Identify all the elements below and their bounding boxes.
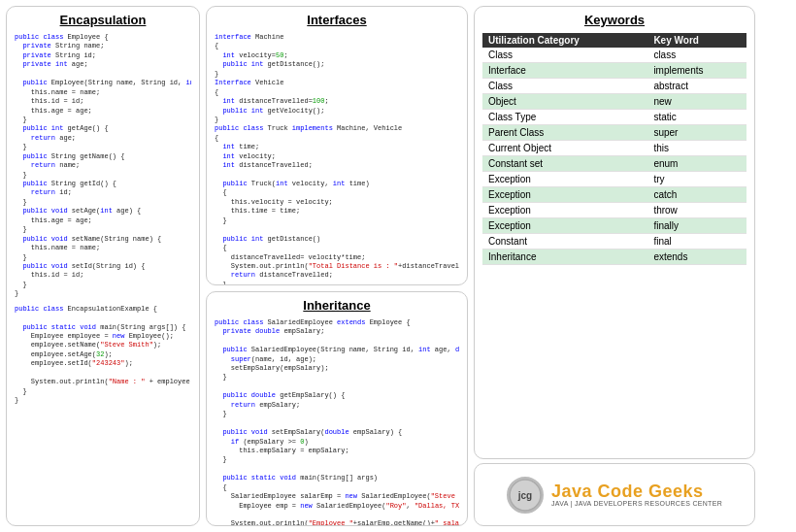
keyword-value: static: [647, 110, 746, 125]
logo-text: Java Code Geeks JAVA | JAVA DEVELOPERS R…: [551, 482, 722, 507]
keyword-value: this: [647, 141, 746, 156]
interfaces-panel: Interfaces interface Machine { int veloc…: [206, 6, 468, 285]
keyword-category: Class: [482, 48, 647, 63]
col-header-keyword: Key Word: [647, 33, 746, 48]
inheritance-panel: Inheritance public class SalariedEmploye…: [206, 291, 468, 526]
keyword-category: Exception: [482, 187, 647, 203]
keywords-table: Utilization Category Key Word Classclass…: [482, 33, 746, 265]
table-row: Exceptiontry: [482, 172, 746, 187]
table-row: Classabstract: [482, 79, 746, 94]
brand-subtitle: JAVA | JAVA DEVELOPERS RESOURCES CENTER: [551, 500, 722, 507]
table-row: Class Typestatic: [482, 110, 746, 125]
inheritance-code: public class SalariedEmployee extends Em…: [215, 318, 459, 526]
brand-name: Java Code Geeks: [551, 482, 704, 500]
table-row: Objectnew: [482, 94, 746, 110]
table-row: Parent Classsuper: [482, 125, 746, 141]
table-row: Constantfinal: [482, 234, 746, 249]
keyword-category: Class Type: [482, 110, 647, 125]
table-row: Classclass: [482, 48, 746, 63]
table-row: Current Objectthis: [482, 141, 746, 156]
keyword-category: Parent Class: [482, 125, 647, 141]
keyword-category: Interface: [482, 63, 647, 79]
keyword-value: implements: [647, 63, 746, 79]
middle-panel: Interfaces interface Machine { int veloc…: [206, 6, 468, 526]
right-panel: Keywords Utilization Category Key Word C…: [474, 6, 755, 526]
table-row: Exceptionfinally: [482, 218, 746, 234]
interfaces-code: interface Machine { int velocity=50; pub…: [215, 33, 459, 285]
encapsulation-code2: public class EncapsulationExample { publ…: [15, 305, 191, 406]
keyword-category: Exception: [482, 218, 647, 234]
keyword-category: Exception: [482, 172, 647, 187]
encapsulation-title: Encapsulation: [15, 13, 191, 27]
jcg-logo: jcg: [507, 477, 544, 514]
keyword-value: enum: [647, 156, 746, 172]
keyword-category: Inheritance: [482, 249, 647, 265]
encapsulation-code1: public class Employee { private String n…: [15, 33, 191, 299]
encapsulation-panel: Encapsulation public class Employee { pr…: [6, 6, 200, 526]
table-row: Interfaceimplements: [482, 63, 746, 79]
keyword-category: Class: [482, 79, 647, 94]
interfaces-title: Interfaces: [215, 13, 459, 27]
table-row: Constant setenum: [482, 156, 746, 172]
left-panel: Encapsulation public class Employee { pr…: [6, 6, 200, 526]
keyword-value: final: [647, 234, 746, 249]
keyword-value: abstract: [647, 79, 746, 94]
keyword-value: class: [647, 48, 746, 63]
table-row: Inheritanceextends: [482, 249, 746, 265]
keyword-category: Current Object: [482, 141, 647, 156]
keyword-value: finally: [647, 218, 746, 234]
keyword-value: throw: [647, 203, 746, 218]
keyword-value: super: [647, 125, 746, 141]
keyword-value: extends: [647, 249, 746, 265]
keyword-value: catch: [647, 187, 746, 203]
table-row: Exceptionthrow: [482, 203, 746, 218]
inheritance-title: Inheritance: [215, 298, 459, 313]
keyword-value: try: [647, 172, 746, 187]
col-header-category: Utilization Category: [482, 33, 647, 48]
svg-text:jcg: jcg: [517, 490, 532, 501]
table-row: Exceptioncatch: [482, 187, 746, 203]
keyword-value: new: [647, 94, 746, 110]
keywords-panel: Keywords Utilization Category Key Word C…: [474, 6, 755, 459]
keyword-category: Constant: [482, 234, 647, 249]
keywords-title: Keywords: [482, 13, 746, 27]
keyword-category: Exception: [482, 203, 647, 218]
keyword-category: Object: [482, 94, 647, 110]
keyword-category: Constant set: [482, 156, 647, 172]
logo-panel: jcg Java Code Geeks JAVA | JAVA DEVELOPE…: [474, 463, 755, 526]
